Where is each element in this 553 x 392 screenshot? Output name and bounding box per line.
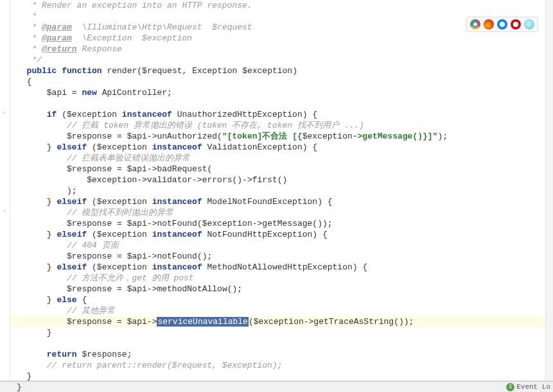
fn-render: render xyxy=(107,66,137,76)
comment: // 404 页面 xyxy=(67,241,119,250)
doc-line: * xyxy=(17,22,42,32)
comment: // return parent::render($request, $exce… xyxy=(47,361,283,370)
right-gutter xyxy=(545,0,553,380)
fold-marker-icon[interactable]: ⌄ xyxy=(1,109,8,114)
comment: // 拦截 token 异常抛出的错误 (token 不存在, token 找不… xyxy=(67,121,364,130)
comment: // 拦截表单验证错误抛出的异常 xyxy=(67,153,190,163)
code-content[interactable]: * Render an exception into an HTTP respo… xyxy=(10,0,545,380)
doc-tag: @return xyxy=(42,44,77,54)
gutter: ⌄ ⌄ xyxy=(0,0,10,380)
selected-text: serviceUnavailable xyxy=(157,317,248,327)
doc-line: * xyxy=(17,12,37,21)
keyword-function: function xyxy=(62,66,101,76)
comment: // 方法不允许，get 的用 post xyxy=(67,273,194,283)
doc-tag: @param xyxy=(42,22,72,32)
doc-line: * xyxy=(17,44,42,54)
comment: // 其他异常 xyxy=(67,306,115,316)
editor[interactable]: ⌄ ⌄ * Render an exception into an HTTP r… xyxy=(0,0,553,381)
doc-tag: @param xyxy=(42,33,72,43)
doc-line: * xyxy=(17,33,42,43)
keyword-public: public xyxy=(27,66,57,76)
fold-marker-icon[interactable]: ⌄ xyxy=(1,207,8,212)
doc-line: * Render an exception into an HTTP respo… xyxy=(17,1,252,10)
comment: // 模型找不到时抛出的异常 xyxy=(67,208,173,217)
doc-line: */ xyxy=(17,55,42,65)
